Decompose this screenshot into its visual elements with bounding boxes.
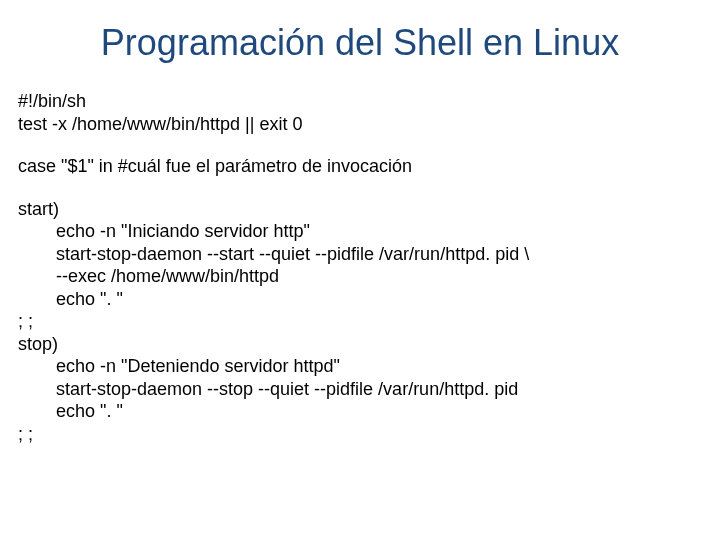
code-body: #!/bin/sh test -x /home/www/bin/httpd ||… — [18, 90, 702, 445]
code-line: start-stop-daemon --stop --quiet --pidfi… — [18, 378, 702, 401]
code-block-1: #!/bin/sh test -x /home/www/bin/httpd ||… — [18, 90, 702, 135]
code-line: #!/bin/sh — [18, 90, 702, 113]
slide-title: Programación del Shell en Linux — [18, 22, 702, 64]
code-line: start-stop-daemon --start --quiet --pidf… — [18, 243, 702, 266]
code-line: stop) — [18, 333, 702, 356]
code-line: echo -n "Iniciando servidor http" — [18, 220, 702, 243]
code-line: echo -n "Deteniendo servidor httpd" — [18, 355, 702, 378]
code-block-3: start) echo -n "Iniciando servidor http"… — [18, 198, 702, 446]
code-line: echo ". " — [18, 288, 702, 311]
code-line: echo ". " — [18, 400, 702, 423]
slide: Programación del Shell en Linux #!/bin/s… — [0, 0, 720, 540]
code-line: case "$1" in #cuál fue el parámetro de i… — [18, 155, 702, 178]
code-line: ; ; — [18, 310, 702, 333]
code-line: test -x /home/www/bin/httpd || exit 0 — [18, 113, 702, 136]
code-line: ; ; — [18, 423, 702, 446]
code-block-2: case "$1" in #cuál fue el parámetro de i… — [18, 155, 702, 178]
code-line: --exec /home/www/bin/httpd — [18, 265, 702, 288]
code-line: start) — [18, 198, 702, 221]
